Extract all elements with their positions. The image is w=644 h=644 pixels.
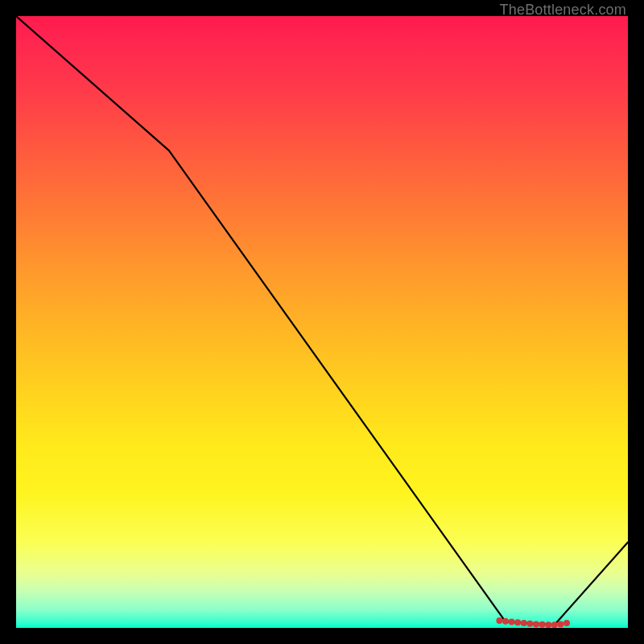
watermark-text: TheBottleneck.com bbox=[500, 2, 626, 19]
plot-area bbox=[16, 16, 628, 628]
chart-container: TheBottleneck.com bbox=[0, 0, 644, 644]
